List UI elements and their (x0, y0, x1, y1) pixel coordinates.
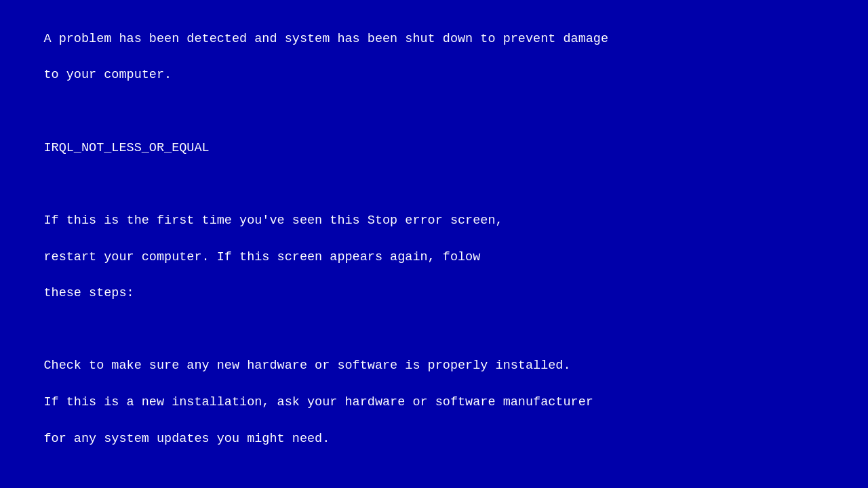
problem-line1: A problem has been detected and system h… (43, 32, 608, 46)
problem-line2: to your computer. (43, 68, 172, 82)
check-line3: for any system updates you might need. (43, 432, 330, 446)
first-time-line2: restart your computer. If this screen ap… (43, 250, 480, 264)
check-line1: Check to make sure any new hardware or s… (43, 359, 570, 373)
bsod-content: A problem has been detected and system h… (14, 12, 854, 488)
check-line2: If this is a new installation, ask your … (43, 395, 593, 409)
error-code: IRQL_NOT_LESS_OR_EQUAL (43, 141, 209, 155)
first-time-line3: these steps: (43, 286, 134, 300)
first-time-line1: If this is the first time you've seen th… (43, 214, 502, 228)
bsod-screen: A problem has been detected and system h… (0, 0, 868, 488)
